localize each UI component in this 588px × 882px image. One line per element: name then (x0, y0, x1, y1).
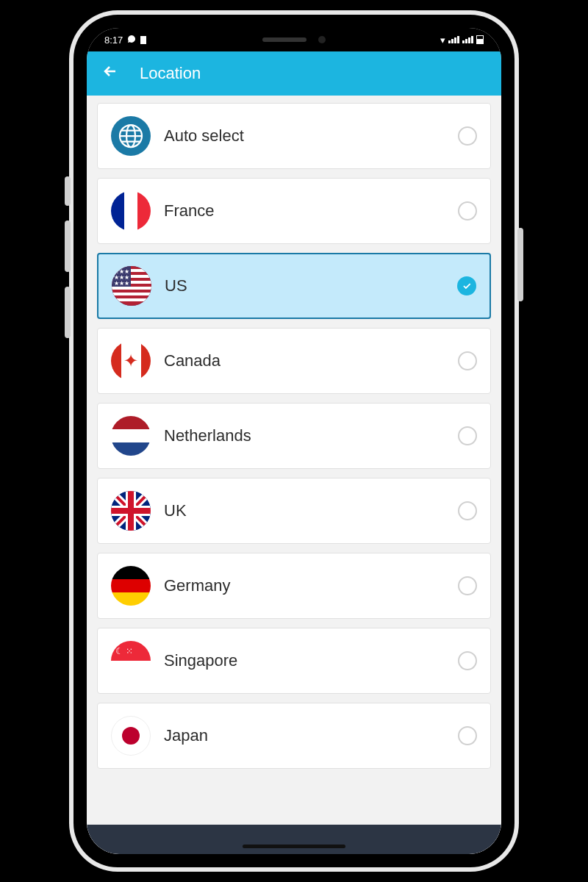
svg-rect-7 (112, 293, 151, 295)
notification-icon (140, 36, 146, 44)
svg-text:★★★: ★★★ (114, 280, 129, 287)
radio-checked-icon[interactable] (457, 276, 476, 295)
location-label: Canada (164, 351, 445, 370)
flag-france-icon (111, 191, 151, 231)
location-label: US (165, 276, 444, 295)
location-item-netherlands[interactable]: Netherlands (97, 403, 491, 469)
wifi-icon: ▾ (440, 35, 445, 46)
location-label: Netherlands (164, 426, 445, 445)
radio-unchecked-icon[interactable] (458, 576, 477, 595)
location-label: Germany (164, 576, 445, 595)
location-item-uk[interactable]: UK (97, 478, 491, 544)
radio-unchecked-icon[interactable] (458, 201, 477, 220)
flag-netherlands-icon (111, 416, 151, 456)
svg-rect-8 (112, 298, 151, 301)
location-item-germany[interactable]: Germany (97, 553, 491, 619)
flag-singapore-icon: ☾ ⁙ (111, 641, 151, 681)
flag-us-icon: ★★★★★★★★★ (112, 266, 151, 306)
signal-icon (448, 36, 459, 43)
location-label: Japan (164, 726, 445, 745)
whatsapp-icon (127, 35, 136, 46)
signal-icon (462, 36, 473, 43)
volume-button (65, 176, 71, 206)
power-button (517, 228, 523, 301)
flag-japan-icon (111, 716, 151, 756)
location-item-japan[interactable]: Japan (97, 703, 491, 769)
back-arrow-icon[interactable] (101, 62, 119, 85)
volume-button (65, 287, 71, 338)
location-label: Auto select (164, 126, 445, 146)
status-time: 8:17 (104, 35, 123, 46)
bottom-nav-bar (87, 825, 501, 854)
location-item-canada[interactable]: ✦ Canada (97, 328, 491, 394)
svg-rect-6 (112, 287, 151, 290)
app-bar: Location (87, 51, 501, 96)
phone-frame: 8:17 ▾ (74, 15, 514, 867)
location-label: Singapore (164, 651, 445, 670)
radio-unchecked-icon[interactable] (458, 726, 477, 745)
flag-germany-icon (111, 566, 151, 606)
radio-unchecked-icon[interactable] (458, 426, 477, 445)
home-indicator[interactable] (243, 845, 345, 848)
radio-unchecked-icon[interactable] (458, 126, 477, 146)
radio-unchecked-icon[interactable] (458, 501, 477, 520)
location-label: UK (164, 501, 445, 520)
location-item-singapore[interactable]: ☾ ⁙ Singapore (97, 628, 491, 694)
radio-unchecked-icon[interactable] (458, 651, 477, 670)
screen: 8:17 ▾ (87, 28, 501, 854)
location-list: Auto select France ★★★★★★★★★ (87, 96, 501, 854)
globe-icon (111, 116, 151, 156)
flag-uk-icon (111, 491, 151, 531)
location-item-france[interactable]: France (97, 178, 491, 244)
radio-unchecked-icon[interactable] (458, 351, 477, 370)
battery-icon (476, 35, 484, 44)
location-item-auto[interactable]: Auto select (97, 103, 491, 169)
flag-canada-icon: ✦ (111, 341, 151, 381)
location-label: France (164, 201, 445, 220)
volume-button (65, 220, 71, 272)
page-title: Location (140, 64, 201, 83)
notch (209, 28, 379, 51)
location-item-us[interactable]: ★★★★★★★★★ US (97, 253, 491, 319)
